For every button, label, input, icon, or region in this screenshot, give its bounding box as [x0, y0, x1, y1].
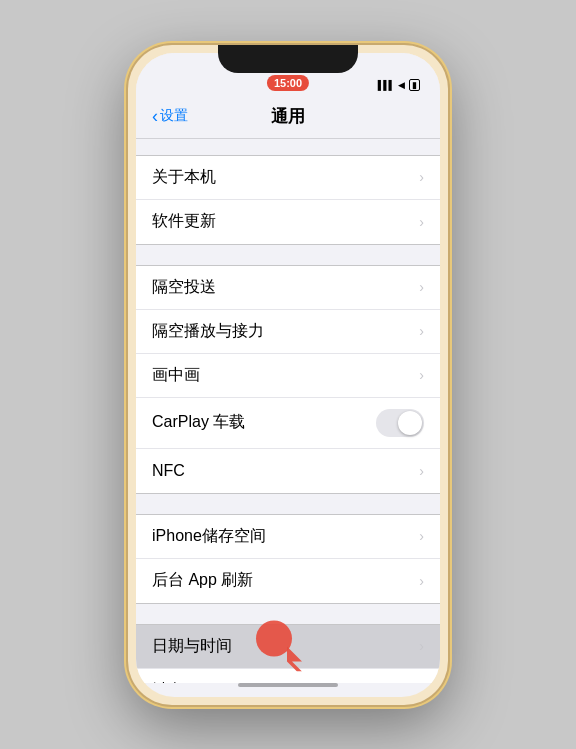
arrow-annotation [252, 617, 312, 676]
cell-airdrop-chevron-icon: › [419, 279, 424, 295]
cell-software-update[interactable]: 软件更新 › [136, 200, 440, 244]
cell-date-time-chevron-icon: › [419, 638, 424, 654]
page-title: 通用 [271, 105, 305, 128]
cell-background-refresh[interactable]: 后台 App 刷新 › [136, 559, 440, 603]
nav-back-button[interactable]: ‹ 设置 [152, 106, 188, 127]
cell-carplay[interactable]: CarPlay 车载 [136, 398, 440, 449]
cell-group-4: 日期与时间 › 键盘 [136, 624, 440, 683]
cell-group-1: 关于本机 › 软件更新 › [136, 155, 440, 245]
cell-software-update-label: 软件更新 [152, 211, 216, 232]
phone-frame: 15:00 ▌▌▌ ◀ ▮ ‹ 设置 通用 关于本机 › [128, 45, 448, 705]
section-3: iPhone储存空间 › 后台 App 刷新 › [136, 514, 440, 604]
cell-nfc[interactable]: NFC › [136, 449, 440, 493]
cell-nfc-label: NFC [152, 462, 185, 480]
cell-pip-label: 画中画 [152, 365, 200, 386]
cell-carplay-label: CarPlay 车载 [152, 412, 245, 433]
cell-airplay-label: 隔空播放与接力 [152, 321, 264, 342]
status-time: 15:00 [267, 75, 309, 91]
wifi-icon: ◀ [398, 80, 405, 90]
status-icons: ▌▌▌ ◀ ▮ [378, 79, 420, 91]
cell-airplay-chevron-icon: › [419, 323, 424, 339]
section-2: 隔空投送 › 隔空播放与接力 › 画中画 › CarPlay 车载 [136, 265, 440, 494]
screen: 15:00 ▌▌▌ ◀ ▮ ‹ 设置 通用 关于本机 › [136, 53, 440, 697]
cell-airdrop[interactable]: 隔空投送 › [136, 266, 440, 310]
cell-about-label: 关于本机 [152, 167, 216, 188]
cell-pip-chevron-icon: › [419, 367, 424, 383]
cell-about[interactable]: 关于本机 › [136, 156, 440, 200]
svg-marker-1 [287, 647, 302, 672]
cell-software-update-chevron-icon: › [419, 214, 424, 230]
home-indicator [238, 683, 338, 687]
cell-pip[interactable]: 画中画 › [136, 354, 440, 398]
cell-about-chevron-icon: › [419, 169, 424, 185]
nav-bar: ‹ 设置 通用 [136, 97, 440, 139]
battery-icon: ▮ [409, 79, 420, 91]
signal-icon: ▌▌▌ [378, 80, 394, 90]
settings-content[interactable]: 关于本机 › 软件更新 › 隔空投送 › 隔 [136, 139, 440, 683]
cell-group-3: iPhone储存空间 › 后台 App 刷新 › [136, 514, 440, 604]
svg-point-0 [256, 621, 292, 657]
cell-storage[interactable]: iPhone储存空间 › [136, 515, 440, 559]
cell-airdrop-label: 隔空投送 [152, 277, 216, 298]
cell-nfc-chevron-icon: › [419, 463, 424, 479]
section-1: 关于本机 › 软件更新 › [136, 155, 440, 245]
notch [218, 45, 358, 73]
cell-keyboard-label: 键盘 [152, 680, 184, 683]
cell-storage-chevron-icon: › [419, 528, 424, 544]
cell-group-2: 隔空投送 › 隔空播放与接力 › 画中画 › CarPlay 车载 [136, 265, 440, 494]
cell-storage-label: iPhone储存空间 [152, 526, 266, 547]
cell-airplay[interactable]: 隔空播放与接力 › [136, 310, 440, 354]
cell-background-refresh-chevron-icon: › [419, 573, 424, 589]
cell-date-time[interactable]: 日期与时间 › [136, 625, 440, 669]
cell-background-refresh-label: 后台 App 刷新 [152, 570, 253, 591]
back-chevron-icon: ‹ [152, 106, 158, 127]
back-label: 设置 [160, 107, 188, 125]
cell-date-time-label: 日期与时间 [152, 636, 232, 657]
cell-keyboard-chevron-icon: › [419, 682, 424, 683]
cell-carplay-toggle[interactable] [376, 409, 424, 437]
section-4: 日期与时间 › 键盘 [136, 624, 440, 683]
